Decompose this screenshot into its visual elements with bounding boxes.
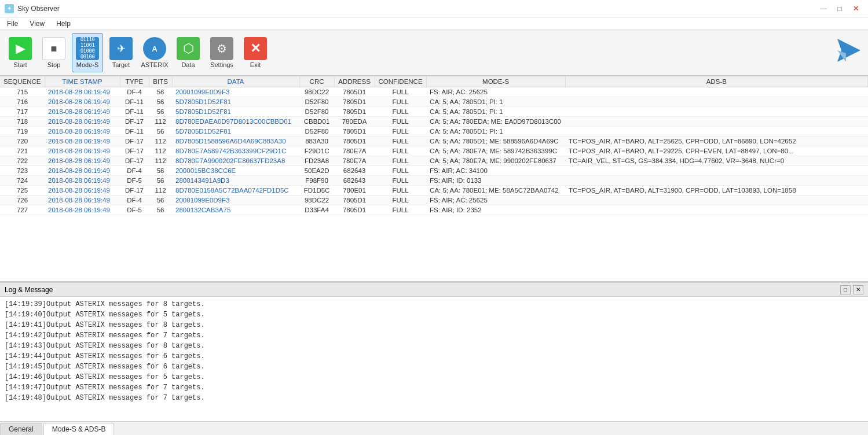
asterix-label: ASTERIX <box>141 61 168 68</box>
menu-view[interactable]: View <box>25 19 49 29</box>
cell-addr: 780EDA <box>334 117 375 127</box>
table-row: 716 2018-08-28 06:19:49 DF-11 56 5D7805D… <box>0 97 868 107</box>
table-row: 722 2018-08-28 06:19:49 DF-17 112 8D780E… <box>0 156 868 166</box>
col-header-address: ADDRESS <box>334 76 375 87</box>
maximize-button[interactable]: □ <box>832 3 847 14</box>
start-button[interactable]: ▶ Start <box>5 33 36 72</box>
cell-addr: 780E7A <box>334 146 375 156</box>
cell-data: 8D780E7A9900202FE80637FD23A8 <box>172 156 299 166</box>
cell-crc: 883A30 <box>299 137 334 146</box>
tab-mode-s-adsb[interactable]: Mode-S & ADS-B <box>43 423 115 435</box>
cell-bits: 112 <box>149 146 172 156</box>
cell-crc: 98DC22 <box>299 87 334 97</box>
log-title: Log & Message <box>5 286 53 294</box>
table-row: 723 2018-08-28 06:19:49 DF-4 56 2000015B… <box>0 166 868 176</box>
cell-conf: FULL <box>375 137 426 146</box>
cell-modes: CA: 5; AA: 780E7A; ME: 9900202FE80637 <box>426 156 565 166</box>
cell-crc: FD23A8 <box>299 156 334 166</box>
svg-marker-0 <box>837 39 860 62</box>
menu-file[interactable]: File <box>2 19 23 29</box>
table-row: 720 2018-08-28 06:19:49 DF-17 112 8D7805… <box>0 137 868 146</box>
stop-button[interactable]: ■ Stop <box>38 33 69 72</box>
cell-type: DF-5 <box>120 176 149 186</box>
cell-crc: FD1D5C <box>299 186 334 196</box>
col-header-modes: MODE-S <box>426 76 565 87</box>
settings-button[interactable]: ⚙ Settings <box>206 33 237 72</box>
data-button[interactable]: ⬡ Data <box>173 33 204 72</box>
title-bar-controls[interactable]: — □ ✕ <box>816 3 863 14</box>
cell-addr: 7805D1 <box>334 97 375 107</box>
log-message: [14:19:40]Output ASTERIX messages for 5 … <box>5 309 863 320</box>
cell-crc: CBBD01 <box>299 117 334 127</box>
cell-seq: 715 <box>0 87 45 97</box>
col-header-data: DATA <box>172 76 299 87</box>
col-header-adsb: ADS-B <box>565 76 867 87</box>
cell-addr: 682643 <box>334 166 375 176</box>
cell-seq: 722 <box>0 156 45 166</box>
mode-s-label: Mode-S <box>76 61 99 68</box>
cell-seq: 719 <box>0 127 45 137</box>
cell-addr: 7805D1 <box>334 127 375 137</box>
close-button[interactable]: ✕ <box>848 3 863 14</box>
cell-ts: 2018-08-28 06:19:49 <box>45 117 120 127</box>
cell-adsb <box>565 107 867 117</box>
cell-adsb <box>565 87 867 97</box>
cell-seq: 723 <box>0 166 45 176</box>
cell-crc: D52F80 <box>299 127 334 137</box>
stop-icon: ■ <box>42 37 65 60</box>
table-row: 715 2018-08-28 06:19:49 DF-4 56 20001099… <box>0 87 868 97</box>
log-expand-button[interactable]: □ <box>840 285 851 294</box>
cell-type: DF-4 <box>120 166 149 176</box>
log-close-button[interactable]: ✕ <box>853 285 863 294</box>
table-scroll[interactable]: SEQUENCE TIME STAMP TYPE BITS DATA CRC A… <box>0 76 868 267</box>
minimize-button[interactable]: — <box>816 3 831 14</box>
cell-type: DF-4 <box>120 87 149 97</box>
exit-button[interactable]: ✕ Exit <box>240 33 271 72</box>
cell-data: 5D7805D1D52F81 <box>172 97 299 107</box>
cell-addr: 780E01 <box>334 186 375 196</box>
col-header-type: TYPE <box>120 76 149 87</box>
cell-data: 20001099E0D9F3 <box>172 196 299 205</box>
log-header-controls[interactable]: □ ✕ <box>840 285 863 294</box>
exit-icon: ✕ <box>244 37 267 60</box>
cell-bits: 56 <box>149 97 172 107</box>
cell-modes: CA: 5; AA: 7805D1; ME: 588596A6D4A69C <box>426 137 565 146</box>
cell-ts: 2018-08-28 06:19:49 <box>45 205 120 215</box>
cell-bits: 56 <box>149 176 172 186</box>
tab-general[interactable]: General <box>0 423 42 435</box>
cell-addr: 7805D1 <box>334 87 375 97</box>
cell-type: DF-17 <box>120 186 149 196</box>
cell-adsb <box>565 97 867 107</box>
asterix-button[interactable]: A ASTERIX <box>139 33 170 72</box>
cell-data: 2000015BC38CC6E <box>172 166 299 176</box>
cell-adsb: TC=AIR_VEL, ST=GS, GS=384.334, HDG=4.776… <box>565 156 867 166</box>
cell-type: DF-17 <box>120 137 149 146</box>
menu-help[interactable]: Help <box>52 19 75 29</box>
cell-conf: FULL <box>375 117 426 127</box>
data-table: SEQUENCE TIME STAMP TYPE BITS DATA CRC A… <box>0 76 868 215</box>
cell-crc: D52F80 <box>299 107 334 117</box>
cell-crc: 98DC22 <box>299 196 334 205</box>
cell-data: 5D7805D1D52F81 <box>172 127 299 137</box>
cell-bits: 56 <box>149 166 172 176</box>
cell-modes: CA: 5; AA: 7805D1; PI: 1 <box>426 107 565 117</box>
cell-adsb: TC=POS_AIR, AT=BARO, ALT=25625, CPR=ODD,… <box>565 137 867 146</box>
log-content[interactable]: [14:19:39]Output ASTERIX messages for 8 … <box>0 297 868 421</box>
cell-data: 5D7805D1D52F81 <box>172 107 299 117</box>
cell-bits: 112 <box>149 186 172 196</box>
mode-s-button[interactable]: 01110110010100000100 Mode-S <box>72 33 103 72</box>
log-message: [14:19:47]Output ASTERIX messages for 7 … <box>5 382 863 393</box>
cell-crc: D33FA4 <box>299 205 334 215</box>
cell-ts: 2018-08-28 06:19:49 <box>45 127 120 137</box>
cell-ts: 2018-08-28 06:19:49 <box>45 146 120 156</box>
cell-addr: 7805D1 <box>334 205 375 215</box>
cell-adsb <box>565 205 867 215</box>
menu-bar: File View Help <box>0 17 868 30</box>
cell-ts: 2018-08-28 06:19:49 <box>45 166 120 176</box>
cell-modes: FS: AIR; AC: 25625 <box>426 87 565 97</box>
cell-ts: 2018-08-28 06:19:49 <box>45 137 120 146</box>
app-icon: ✦ <box>5 4 14 13</box>
settings-icon: ⚙ <box>210 37 233 60</box>
target-button[interactable]: ✈ Target <box>105 33 137 72</box>
table-row: 717 2018-08-28 06:19:49 DF-11 56 5D7805D… <box>0 107 868 117</box>
